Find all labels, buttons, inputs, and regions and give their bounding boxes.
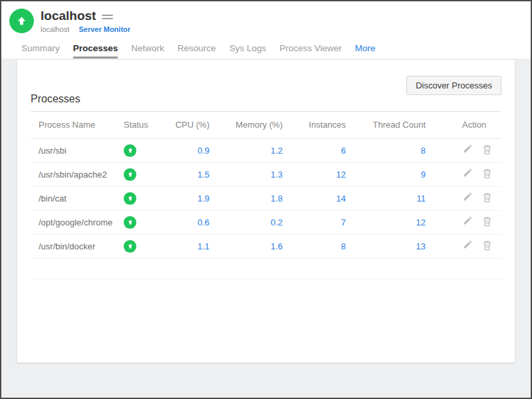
tab-processes[interactable]: Processes [73,43,118,59]
tab-network[interactable]: Network [131,43,164,59]
tab-more[interactable]: More [355,43,376,59]
action-cell [426,210,501,234]
instances-cell[interactable]: 14 [283,186,346,210]
processes-card: Discover Processes Processes Process Nam… [17,60,515,362]
trash-icon[interactable] [482,144,492,155]
up-arrow-circle-icon [124,192,136,205]
status-cell [124,138,160,162]
status-cell [124,162,160,186]
instances-cell[interactable]: 12 [283,162,346,186]
breadcrumb: localhost Server Monitor [41,25,130,33]
threads-cell[interactable]: 13 [346,234,426,258]
instances-cell[interactable]: 7 [283,210,346,234]
up-arrow-glyph [127,147,134,154]
pencil-icon[interactable] [462,168,472,178]
title-block: localhost localhost Server Monitor [41,9,130,37]
tab-resource[interactable]: Resource [178,43,216,59]
threads-cell[interactable]: 8 [346,138,426,162]
tab-bar: Summary Processes Network Resource Sys L… [1,37,531,59]
up-arrow-glyph [127,243,134,249]
cpu-cell[interactable]: 1.1 [160,234,209,258]
pencil-icon[interactable] [462,144,472,154]
up-arrow-glyph [127,219,134,225]
trash-icon[interactable] [482,192,492,203]
action-cell [426,162,501,186]
up-arrow-glyph [127,195,134,201]
memory-cell[interactable]: 0.2 [209,210,283,234]
pencil-icon[interactable] [462,240,472,250]
column-thread-count: Thread Count [346,112,426,138]
cpu-cell[interactable]: 0.6 [160,210,209,234]
tab-sys-logs[interactable]: Sys Logs [229,43,267,59]
page-title: localhost [41,9,96,23]
up-arrow-glyph [127,171,134,178]
breadcrumb-monitor-name: localhost [41,25,69,33]
content-background: Discover Processes Processes Process Nam… [1,59,531,398]
up-arrow-circle-icon [124,144,136,157]
hamburger-menu-icon[interactable] [102,11,113,21]
pencil-icon[interactable] [462,216,472,226]
threads-cell[interactable]: 11 [346,186,426,210]
cpu-cell[interactable]: 1.5 [160,162,209,186]
column-process-name: Process Name [31,112,124,138]
status-cell [124,210,160,234]
instances-cell[interactable]: 6 [283,138,346,162]
status-cell [124,234,160,258]
trash-icon[interactable] [482,168,492,179]
action-cell [426,138,501,162]
column-instances: Instances [283,112,346,138]
trash-icon[interactable] [482,240,492,251]
process-name-cell: /usr/bin/docker [31,234,124,258]
memory-cell[interactable]: 1.8 [209,186,283,210]
memory-cell[interactable]: 1.6 [209,234,283,258]
processes-table: Process Name Status CPU (%) Memory (%) I… [31,112,501,279]
trash-icon[interactable] [482,216,492,227]
column-status: Status [124,112,160,138]
tab-summary[interactable]: Summary [21,43,60,59]
empty-row [31,258,501,279]
table-row: /opt/google/chrome 0.6 0.2 7 12 [31,210,501,234]
threads-cell[interactable]: 9 [346,162,426,186]
up-arrow-circle-icon [9,9,34,33]
process-name-cell: /bin/cat [31,186,124,210]
instances-cell[interactable]: 8 [283,234,346,258]
memory-cell[interactable]: 1.3 [209,162,283,186]
table-header-row: Process Name Status CPU (%) Memory (%) I… [31,112,501,138]
up-arrow-circle-icon [124,240,136,253]
column-cpu: CPU (%) [160,112,209,138]
table-row: /bin/cat 1.9 1.8 14 11 [31,186,501,210]
discover-processes-button[interactable]: Discover Processes [406,76,501,95]
process-name-cell: /usr/sbin/apache2 [31,162,124,186]
cpu-cell[interactable]: 0.9 [160,138,209,162]
table-row: /usr/bin/docker 1.1 1.6 8 13 [31,234,501,258]
app-window: localhost localhost Server Monitor Summa… [0,0,532,399]
process-name-cell: /usr/sbi [31,138,124,162]
status-cell [124,186,160,210]
threads-cell[interactable]: 12 [346,210,426,234]
cpu-cell[interactable]: 1.9 [160,186,209,210]
action-cell [426,234,501,258]
header: localhost localhost Server Monitor [1,1,531,37]
action-cell [426,186,501,210]
up-arrow-circle-icon [124,216,136,229]
pencil-icon[interactable] [462,192,472,202]
breadcrumb-monitor-type-link[interactable]: Server Monitor [78,25,130,33]
up-arrow-circle-icon [124,168,136,181]
column-memory: Memory (%) [209,112,283,138]
table-row: /usr/sbin/apache2 1.5 1.3 12 9 [31,162,501,186]
up-arrow-glyph [15,15,28,27]
process-name-cell: /opt/google/chrome [31,210,124,234]
column-action: Action [426,112,501,138]
table-row: /usr/sbi 0.9 1.2 6 8 [31,138,501,162]
tab-process-viewer[interactable]: Process Viewer [279,43,342,59]
memory-cell[interactable]: 1.2 [209,138,283,162]
